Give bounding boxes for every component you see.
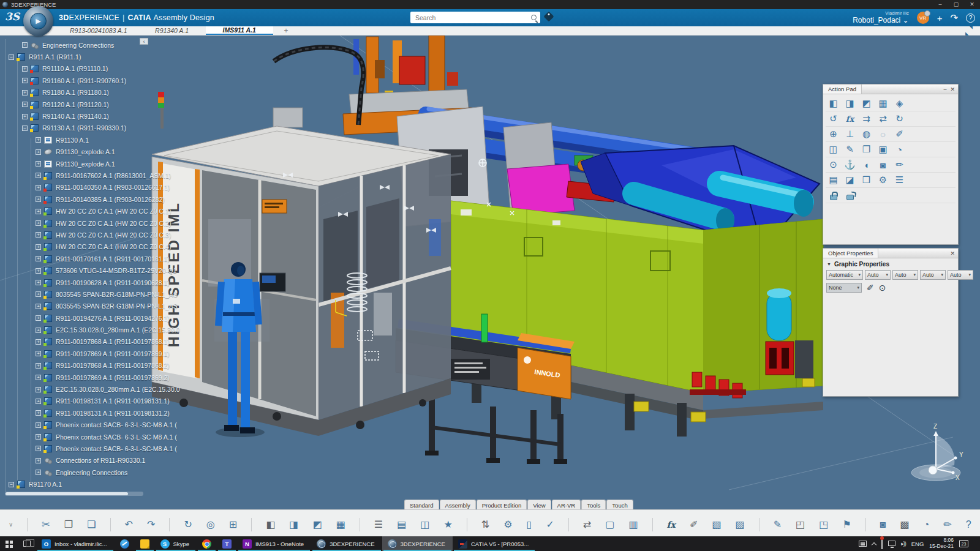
ribbon-tab-ar-vr[interactable]: AR-VR: [552, 500, 581, 509]
grid-icon[interactable]: ▦: [336, 520, 345, 530]
expand-icon[interactable]: +: [36, 399, 41, 404]
tree-item[interactable]: +R911-00190628 A.1 (R911-00190628.1): [0, 277, 196, 288]
new-tab-button[interactable]: +: [273, 26, 300, 35]
window-icon[interactable]: ◫: [420, 520, 429, 530]
expand-icon[interactable]: +: [36, 173, 41, 178]
3d-viewport[interactable]: INNOLD: [0, 36, 980, 509]
expand-icon[interactable]: +: [36, 387, 41, 392]
taskbar-chrome[interactable]: [197, 536, 217, 551]
tree-collapse-button[interactable]: ‹: [140, 38, 148, 45]
tree-item[interactable]: +8035545 SPAN-B2R-G18M-PN-PN-L1_AS: [0, 288, 196, 300]
compass-play-icon[interactable]: ▶: [30, 13, 47, 29]
shaded-view-icon[interactable]: ◨: [842, 97, 858, 110]
doc-tab-r91340-a-1[interactable]: R91340 A.1: [138, 26, 206, 35]
expand-icon[interactable]: +: [36, 339, 41, 345]
tree-item[interactable]: +R911-00198131 A.1 (R911-00198131.2): [0, 407, 196, 419]
formula-icon[interactable]: fx: [667, 520, 676, 529]
tree-item[interactable]: +R911-00140385 A.1 (R903-00126282): [0, 193, 196, 205]
measure-icon[interactable]: ✐: [892, 127, 907, 141]
search-box[interactable]: [410, 12, 540, 23]
material-icon[interactable]: ◍: [859, 127, 874, 141]
flowchart-icon[interactable]: ⇅: [481, 520, 489, 530]
tree-item[interactable]: +R911-00197869 A.1 (R911-00197869.2): [0, 372, 196, 383]
cut-icon[interactable]: ✂: [42, 520, 50, 530]
tree-item[interactable]: +R911-00194276 A.1 (R911-00194276.1): [0, 312, 196, 324]
iso-icon[interactable]: ◧: [266, 520, 275, 530]
anchor-icon[interactable]: ⚓: [842, 158, 858, 171]
tag-icon[interactable]: [544, 12, 554, 22]
taskbar-outlook[interactable]: OInbox - vladimir.ilic...: [36, 536, 115, 551]
expand-icon[interactable]: +: [36, 137, 41, 143]
new-window-icon[interactable]: ❐: [859, 143, 874, 156]
collapse-icon[interactable]: −: [9, 54, 14, 60]
doc-tab-r913-00241083-a-1[interactable]: R913-00241083 A.1: [59, 26, 138, 35]
tree-item[interactable]: +R911-00197868 A.1 (R911-00197868.2): [0, 360, 196, 372]
expand-icon[interactable]: +: [22, 42, 28, 48]
share-icon[interactable]: ↷: [950, 12, 958, 23]
taskbar-3dexperience-2[interactable]: 3DEXPERIENCE: [382, 536, 453, 551]
tree-item[interactable]: +R91140 A.1 (R91140.1): [0, 110, 196, 122]
taskbar-notes[interactable]: [135, 536, 155, 551]
tree-item[interactable]: +Phoenix contact SACB- 6-3-L-SC-M8 A.1 (: [0, 419, 196, 431]
help-icon[interactable]: ?: [966, 13, 975, 23]
expand-icon[interactable]: +: [36, 149, 41, 155]
tree-item[interactable]: +R91110 A.1 (R91110.1): [0, 63, 196, 75]
formula-icon[interactable]: fx: [842, 112, 858, 126]
taskbar-3dexperience-1[interactable]: 3DEXPERIENCE: [311, 536, 382, 551]
expand-icon[interactable]: +: [36, 280, 41, 285]
action-center-icon[interactable]: 23: [959, 540, 968, 547]
tree-item[interactable]: +HW 20 CC Z0 C A.1 (HW 20 CC Z0 C.4): [0, 241, 196, 253]
select-box-icon[interactable]: ▢: [605, 520, 614, 530]
expand-icon[interactable]: +: [36, 470, 41, 475]
cube-icon[interactable]: ◰: [796, 520, 805, 530]
expand-icon[interactable]: +: [36, 161, 41, 167]
wireframe-icon[interactable]: ◩: [313, 520, 322, 530]
cube-alt-icon[interactable]: ◳: [819, 520, 828, 530]
measure-icon[interactable]: ✏: [943, 520, 951, 530]
graphic-dropdown-2[interactable]: Auto▾: [892, 270, 918, 280]
ribbon-tab-view[interactable]: View: [527, 500, 551, 509]
taskbar-skype[interactable]: SSkype: [155, 536, 197, 551]
expand-icon[interactable]: +: [36, 304, 41, 309]
tree-item[interactable]: −R91130 A.1 (R911-R90330.1): [0, 122, 196, 134]
ribbon-tab-standard[interactable]: Standard: [404, 500, 439, 509]
properties-icon[interactable]: ◫: [826, 143, 841, 156]
update-icon[interactable]: ↻: [184, 520, 192, 530]
action-pad-minimize-icon[interactable]: –: [943, 86, 946, 92]
expand-icon[interactable]: +: [36, 315, 41, 321]
undo-icon[interactable]: ↶: [125, 520, 133, 530]
swap-icon[interactable]: ⇄: [875, 112, 891, 126]
paint-icon[interactable]: ✎: [774, 520, 782, 530]
taskbar-onenote[interactable]: NIMS913 - OneNote: [237, 536, 311, 551]
iso-view-icon[interactable]: ◧: [826, 97, 841, 110]
section-view-icon[interactable]: ◩: [859, 97, 874, 110]
tree-item[interactable]: +573606 VTUG-14-MSDR-B1TZ-25V20-Q1: [0, 264, 196, 276]
settings-icon[interactable]: ⚙: [875, 173, 891, 187]
tree-icon[interactable]: ☰: [374, 520, 383, 530]
ribbon-tab-product-edition[interactable]: Product Edition: [477, 500, 527, 509]
tree-item[interactable]: +Phoenix contact SACB- 6-3-L-SC-M8 A.1 (: [0, 431, 196, 443]
camera-icon[interactable]: ◙: [880, 520, 886, 530]
favorite-icon[interactable]: ★: [443, 520, 452, 530]
history-icon[interactable]: ◔: [892, 143, 907, 156]
workspace-dropdown[interactable]: Roboti_Podaci ⌄: [853, 17, 908, 24]
collapse-icon[interactable]: −: [9, 482, 14, 487]
expand-icon[interactable]: +: [36, 197, 41, 202]
attach-icon[interactable]: ◖: [859, 158, 874, 171]
taskbar-teams[interactable]: T: [217, 536, 237, 551]
annotate-icon[interactable]: ✎: [842, 143, 858, 156]
search-icon[interactable]: [531, 15, 537, 20]
volume-icon[interactable]: ▸)): [901, 541, 906, 547]
painter-icon[interactable]: ⊙: [879, 283, 886, 293]
expand-icon[interactable]: +: [36, 363, 41, 369]
gear-icon[interactable]: ⚙: [503, 520, 512, 530]
lock-icon[interactable]: [826, 189, 841, 202]
graphic-dropdown-3[interactable]: Auto▾: [920, 270, 946, 280]
tree-item[interactable]: +R91180 A.1 (R91180.1): [0, 87, 196, 99]
clock[interactable]: 8:06 15-Dec-21: [929, 538, 954, 550]
expand-icon[interactable]: +: [36, 268, 41, 274]
tree-item[interactable]: +Phoenix contact SACB- 6-3-L-SC-M8 A.1 (: [0, 443, 196, 454]
refresh-icon[interactable]: ↻: [892, 112, 907, 126]
object-properties-header[interactable]: Object Properties ✕: [823, 249, 958, 258]
ribbon-tab-assembly[interactable]: Assembly: [440, 500, 476, 509]
